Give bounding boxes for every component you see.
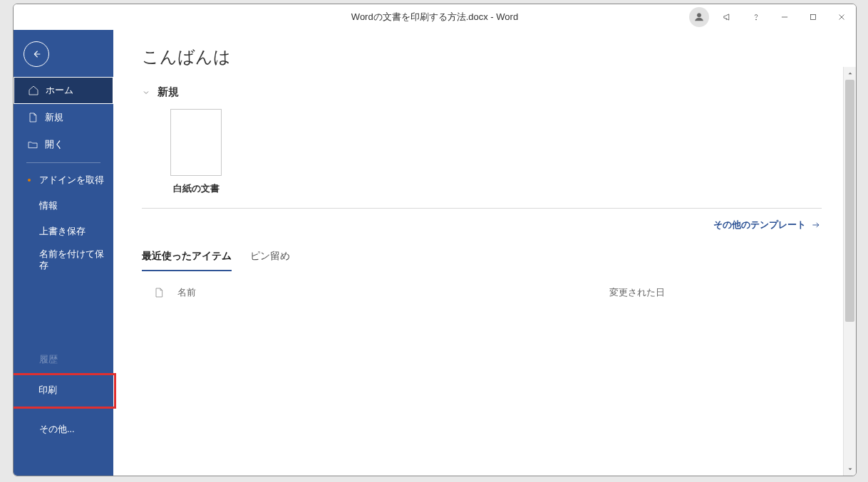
sidebar-spacer [14,276,113,347]
sidebar-label: 履歴 [39,354,58,366]
account-button[interactable] [689,7,709,27]
scroll-up-button[interactable] [844,67,856,80]
scroll-down-button[interactable] [844,463,856,476]
body: ホーム 新規 開く アドインを取得 情報 上書き保存 名前を付けて保 [14,30,856,476]
home-icon [27,85,40,96]
help-icon [751,12,761,22]
user-icon [693,11,705,23]
minimize-icon [780,12,790,22]
sidebar-label: 開く [45,138,63,151]
scroll-area: こんばんは 新規 白紙の文書 その他のテンプレート 最 [113,30,843,476]
greeting-heading: こんばんは [142,46,822,68]
sidebar-item-history: 履歴 [14,347,113,373]
sidebar-item-get-addins[interactable]: アドインを取得 [14,167,113,193]
sidebar-label: 情報 [39,200,58,212]
back-button[interactable] [24,41,49,67]
sidebar-item-other[interactable]: その他... [14,417,113,443]
sidebar-label: アドインを取得 [39,174,104,187]
column-name[interactable]: 名前 [177,286,609,299]
more-templates-link[interactable]: その他のテンプレート [142,219,822,231]
close-button[interactable] [827,4,856,30]
help-button[interactable] [742,4,770,30]
sidebar-item-info[interactable]: 情報 [14,193,113,219]
window-title: Wordの文書を印刷する方法.docx - Word [351,11,518,23]
sidebar-label: ホーム [46,84,73,97]
tab-pinned[interactable]: ピン留め [250,246,290,271]
svg-point-0 [697,14,701,17]
titlebar-controls [689,4,856,30]
document-icon [150,286,167,299]
section-title: 新規 [157,85,179,99]
close-icon [837,12,847,22]
template-thumbnail [170,109,222,176]
document-icon [26,112,39,123]
template-label: 白紙の文書 [173,183,219,195]
template-row: 白紙の文書 [142,109,822,195]
scrollbar-thumb[interactable] [845,80,854,322]
section-toggle-new[interactable]: 新規 [142,85,822,99]
svg-rect-3 [811,15,816,20]
caret-up-icon [847,70,854,77]
tab-recent[interactable]: 最近使ったアイテム [142,246,232,271]
caret-down-icon [847,466,854,473]
sidebar-item-print[interactable]: 印刷 [14,373,116,409]
minimize-button[interactable] [770,4,799,30]
link-label: その他のテンプレート [713,219,806,231]
app-window: Wordの文書を印刷する方法.docx - Word [13,4,857,476]
sidebar-item-home[interactable]: ホーム [14,77,113,104]
section-divider [142,208,822,209]
sidebar-label: 名前を付けて保存 [39,244,105,276]
bullet-icon [28,179,31,182]
maximize-button[interactable] [799,4,827,30]
tabs: 最近使ったアイテム ピン留め [142,246,822,272]
sidebar-divider [26,162,100,163]
coming-soon-button[interactable] [713,4,742,30]
sidebar: ホーム 新規 開く アドインを取得 情報 上書き保存 名前を付けて保 [14,30,113,476]
svg-point-1 [756,19,757,20]
maximize-icon [808,12,818,22]
sidebar-label: 印刷 [38,384,57,397]
titlebar: Wordの文書を印刷する方法.docx - Word [14,4,856,30]
sidebar-item-save-as[interactable]: 名前を付けて保存 [14,244,113,276]
vertical-scrollbar[interactable] [843,67,856,476]
main-content: こんばんは 新規 白紙の文書 その他のテンプレート 最 [113,30,856,476]
folder-open-icon [26,139,39,150]
chevron-down-icon [142,88,150,97]
sidebar-label: 上書き保存 [39,226,86,238]
list-header: 名前 変更された日 [142,279,822,306]
back-arrow-icon [31,48,42,60]
sidebar-item-open[interactable]: 開く [14,131,113,158]
sidebar-item-new[interactable]: 新規 [14,104,113,131]
sidebar-label: 新規 [45,111,63,124]
sidebar-label: その他... [39,424,74,436]
column-date[interactable]: 変更された日 [609,286,665,299]
sidebar-spacer [14,409,113,417]
arrow-right-icon [810,220,822,230]
megaphone-icon [723,12,733,22]
template-blank-document[interactable]: 白紙の文書 [170,109,222,195]
sidebar-item-save[interactable]: 上書き保存 [14,219,113,244]
